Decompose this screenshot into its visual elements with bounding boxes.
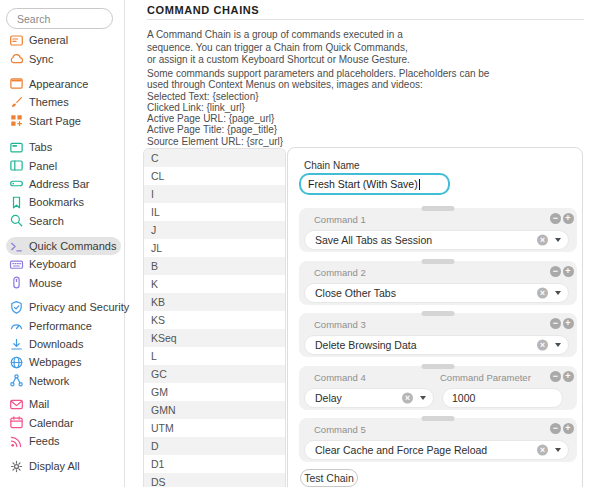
- command-parameter-input[interactable]: 1000: [442, 388, 563, 408]
- drag-handle[interactable]: [422, 206, 455, 211]
- tabs-icon: [9, 140, 24, 155]
- description-line: used through Context Menus on websites, …: [147, 79, 489, 90]
- command-card-4: Command 4−+Delay×Command Parameter1000: [299, 366, 577, 410]
- privacy-icon: [9, 300, 24, 315]
- search-icon: [9, 213, 24, 228]
- drag-handle[interactable]: [422, 364, 455, 369]
- sidebar-item-start-page[interactable]: Start Page: [6, 112, 121, 130]
- clear-command-icon[interactable]: ×: [537, 235, 548, 246]
- command-card-5: Command 5−+Clear Cache and Force Page Re…: [299, 418, 577, 462]
- chain-list-item-gm[interactable]: GM: [144, 383, 285, 401]
- command-parameter-value: 1000: [452, 392, 475, 404]
- sidebar-item-calendar[interactable]: Calendar: [6, 413, 121, 431]
- add-command-button[interactable]: +: [563, 318, 574, 329]
- command-select[interactable]: Save All Tabs as Session×: [304, 230, 569, 250]
- chain-name-input[interactable]: Fresh Start (With Save): [299, 173, 450, 195]
- chevron-down-icon[interactable]: [555, 291, 561, 295]
- sidebar-item-address-bar[interactable]: Address Bar: [6, 175, 121, 193]
- chain-list-item-cl[interactable]: CL: [144, 167, 285, 185]
- command-select[interactable]: Clear Cache and Force Page Reload×: [304, 440, 569, 460]
- chain-list-item-il[interactable]: IL: [144, 203, 285, 221]
- sidebar-item-mouse[interactable]: Mouse: [6, 274, 121, 292]
- sidebar-item-label: Themes: [29, 96, 69, 108]
- chevron-down-icon[interactable]: [555, 448, 561, 452]
- sidebar-item-label: Mail: [29, 398, 49, 410]
- chain-list-item-j[interactable]: J: [144, 221, 285, 239]
- command-select[interactable]: Close Other Tabs×: [304, 283, 569, 303]
- chain-list-item-gmn[interactable]: GMN: [144, 401, 285, 419]
- chevron-down-icon[interactable]: [555, 238, 561, 242]
- downloads-icon: [9, 337, 24, 352]
- chain-list-item-kseq[interactable]: KSeq: [144, 329, 285, 347]
- remove-command-button[interactable]: −: [550, 213, 561, 224]
- sidebar-item-bookmarks[interactable]: Bookmarks: [6, 193, 121, 211]
- remove-command-button[interactable]: −: [550, 371, 561, 382]
- sidebar-item-network[interactable]: Network: [6, 372, 121, 390]
- chevron-down-icon[interactable]: [420, 396, 426, 400]
- add-command-button[interactable]: +: [563, 213, 574, 224]
- quick-commands-icon: [9, 239, 24, 254]
- clear-command-icon[interactable]: ×: [537, 445, 548, 456]
- chain-list-item-c[interactable]: C: [144, 149, 285, 167]
- chain-list-item-i[interactable]: I: [144, 185, 285, 203]
- command-label: Command 1: [314, 214, 366, 225]
- command-select[interactable]: Delete Browsing Data×: [304, 335, 569, 355]
- sidebar-item-label: Sync: [29, 53, 53, 65]
- chain-list-item-d1[interactable]: D1: [144, 455, 285, 473]
- add-command-button[interactable]: +: [563, 266, 574, 277]
- add-command-button[interactable]: +: [563, 423, 574, 434]
- drag-handle[interactable]: [422, 259, 455, 264]
- remove-command-button[interactable]: −: [550, 266, 561, 277]
- sidebar-item-feeds[interactable]: Feeds: [6, 432, 121, 450]
- sidebar-item-privacy-and-security[interactable]: Privacy and Security: [6, 298, 121, 316]
- sidebar-item-quick-commands[interactable]: Quick Commands: [6, 237, 121, 255]
- webpages-icon: [9, 355, 24, 370]
- test-chain-button[interactable]: Test Chain: [300, 469, 358, 487]
- sidebar-search-input[interactable]: [6, 8, 113, 29]
- sync-icon: [9, 51, 24, 66]
- sidebar-item-webpages[interactable]: Webpages: [6, 353, 121, 371]
- drag-handle[interactable]: [422, 416, 455, 421]
- sidebar-group: MailCalendarFeeds: [6, 395, 121, 450]
- description-paragraph-1: A Command Chain is a group of commands e…: [147, 29, 410, 67]
- sidebar-item-label: Quick Commands: [29, 240, 116, 252]
- sidebar-item-sync[interactable]: Sync: [6, 49, 121, 67]
- chain-list-item-b[interactable]: B: [144, 257, 285, 275]
- settings-content: COMMAND CHAINS A Command Chain is a grou…: [125, 0, 600, 487]
- chain-list-item-d[interactable]: D: [144, 437, 285, 455]
- chain-list-item-ks[interactable]: KS: [144, 311, 285, 329]
- sidebar-item-downloads[interactable]: Downloads: [6, 335, 121, 353]
- chain-list-item-utm[interactable]: UTM: [144, 419, 285, 437]
- sidebar-item-keyboard[interactable]: Keyboard: [6, 255, 121, 273]
- sidebar-item-display-all[interactable]: Display All: [6, 457, 121, 475]
- text-cursor: [419, 179, 420, 190]
- chain-list-item-l[interactable]: L: [144, 347, 285, 365]
- sidebar-item-tabs[interactable]: Tabs: [6, 138, 121, 156]
- drag-handle[interactable]: [422, 311, 455, 316]
- chain-list-item-jl[interactable]: JL: [144, 239, 285, 257]
- clear-command-icon[interactable]: ×: [402, 392, 413, 403]
- sidebar-item-themes[interactable]: Themes: [6, 93, 121, 111]
- description-line: Source Element URL: {src_url}: [147, 136, 489, 147]
- clear-command-icon[interactable]: ×: [537, 340, 548, 351]
- chain-list-item-gc[interactable]: GC: [144, 365, 285, 383]
- chevron-down-icon[interactable]: [555, 343, 561, 347]
- command-select-value: Clear Cache and Force Page Reload: [315, 444, 487, 456]
- add-command-button[interactable]: +: [563, 371, 574, 382]
- sidebar-item-performance[interactable]: Performance: [6, 316, 121, 334]
- sidebar-item-panel[interactable]: Panel: [6, 156, 121, 174]
- clear-command-icon[interactable]: ×: [537, 287, 548, 298]
- sidebar-group: AppearanceThemesStart Page: [6, 75, 121, 130]
- sidebar-item-search[interactable]: Search: [6, 212, 121, 230]
- sidebar-item-mail[interactable]: Mail: [6, 395, 121, 413]
- command-select[interactable]: Delay×: [304, 388, 434, 408]
- remove-command-button[interactable]: −: [550, 318, 561, 329]
- chain-list-item-kb[interactable]: KB: [144, 293, 285, 311]
- command-label: Command 4: [314, 372, 366, 383]
- sidebar-item-label: Bookmarks: [29, 196, 84, 208]
- sidebar-item-appearance[interactable]: Appearance: [6, 75, 121, 93]
- chain-list-item-ds[interactable]: DS: [144, 473, 285, 487]
- sidebar-item-general[interactable]: General: [6, 31, 121, 49]
- remove-command-button[interactable]: −: [550, 423, 561, 434]
- chain-list-item-k[interactable]: K: [144, 275, 285, 293]
